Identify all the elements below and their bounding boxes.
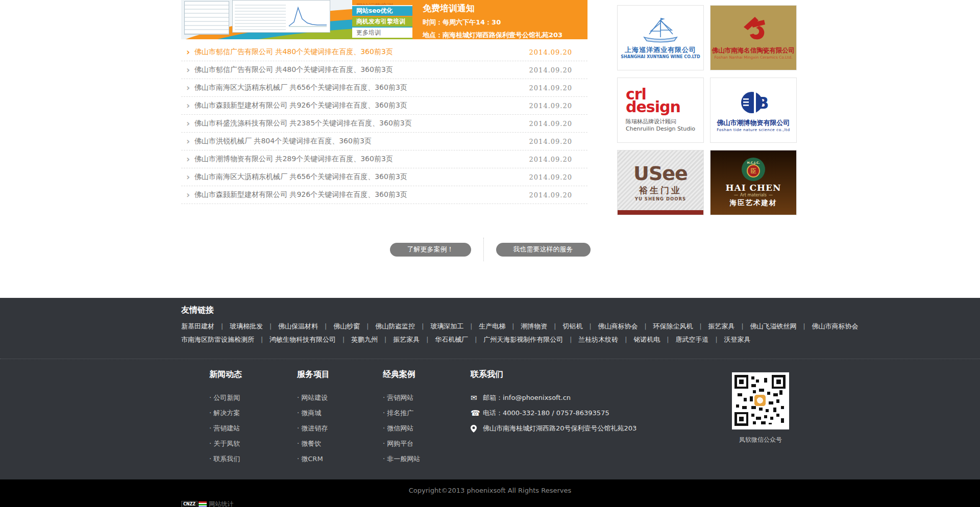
case-list-item[interactable]: › 佛山市郁信广告有限公司 共480个关键词排在百度、360前3页 2014.0… bbox=[181, 61, 587, 79]
footer: 新闻动态 公司新闻 解决方案 营销建站 关于凤软 联系我们 服务项目 网站建设 … bbox=[0, 359, 980, 479]
training-notice-time: 时间：每周六下午14：30 bbox=[423, 18, 582, 27]
friend-link[interactable]: 新基田建材 bbox=[181, 322, 230, 330]
friend-link[interactable]: 兰桂坊木纹砖 bbox=[578, 336, 633, 343]
friend-link[interactable]: 生产电梯 bbox=[479, 322, 521, 330]
contact-email-label: 邮箱： bbox=[483, 390, 503, 405]
case-list-item[interactable]: › 佛山市南海区大沥精东机械厂 共656个关键词排在百度、360前3页 2014… bbox=[181, 168, 587, 186]
friend-links-title: 友情链接 bbox=[181, 305, 799, 316]
footer-link[interactable]: 微信网站 bbox=[383, 421, 471, 436]
banner-analytics-window bbox=[232, 0, 330, 33]
friend-link[interactable]: 玻璃棉批发 bbox=[230, 322, 278, 330]
footer-link[interactable]: 网购平台 bbox=[383, 436, 471, 451]
logo-name-en: Foshan Nanhai Mingxin Ceramics Co.Ltd. bbox=[714, 55, 792, 60]
client-logo-haichen-materials[interactable]: H.C.J.C. 臣 HAI CHEN Art materials 海臣艺术建材 bbox=[710, 150, 797, 215]
case-date: 2014.09.20 bbox=[529, 48, 572, 56]
client-logo-grid: 上海巡洋酒业有限公司 SHANGHAI XUNYANG WINE CO.LTD … bbox=[617, 5, 799, 215]
mingxin-emblem-icon bbox=[739, 16, 768, 44]
banner-label-yunying[interactable]: 网站运营培训 bbox=[352, 0, 412, 5]
logo-accent-bar bbox=[618, 210, 703, 215]
friend-link[interactable]: 佛山商标协会 bbox=[598, 322, 653, 330]
logo-name-cn: 佛山市南海名信陶瓷有限公司 bbox=[712, 46, 795, 55]
promo-banner[interactable]: 网站运营培训 网站seo优化 商机发布引擎培训 更多培训 免费培训通知 时间：每… bbox=[181, 0, 587, 39]
case-list-item[interactable]: › 佛山市科盛洗涤科技有限公司 共2385个关键词排在百度、360前3页 201… bbox=[181, 115, 587, 133]
friend-link[interactable]: 佛山纱窗 bbox=[333, 322, 375, 330]
footer-link[interactable]: 网站建设 bbox=[297, 390, 383, 405]
banner-label-list: 网站运营培训 网站seo优化 商机发布引擎培训 更多培训 bbox=[352, 0, 412, 39]
footer-link[interactable]: 微CRM bbox=[297, 451, 383, 467]
case-text: 佛山市郁信广告有限公司 共480个关键词排在百度、360前3页 bbox=[194, 47, 393, 57]
friend-link[interactable]: 振艺家具 bbox=[708, 322, 750, 330]
contact-address-value: 佛山市南海桂城灯湖西路20号保利壹号公馆礼苑203 bbox=[483, 421, 636, 436]
footer-link[interactable]: 解决方案 bbox=[209, 405, 297, 421]
footer-link[interactable]: 非一般网站 bbox=[383, 451, 471, 467]
main-content: 网站运营培训 网站seo优化 商机发布引擎培训 更多培训 免费培训通知 时间：每… bbox=[181, 0, 799, 219]
friend-link[interactable]: 佛山飞溢铁丝网 bbox=[750, 322, 812, 330]
friend-link[interactable]: 环保除尘风机 bbox=[653, 322, 708, 330]
case-text: 佛山市南海区大沥精东机械厂 共656个关键词排在百度、360前3页 bbox=[194, 83, 407, 92]
friend-link[interactable]: 广州天海影视制作有限公司 bbox=[483, 336, 578, 343]
client-logo-usee-doors[interactable]: USee 裕生门业 YU SHENG DOORS bbox=[617, 150, 704, 215]
friend-link[interactable]: 佛山市商标协会 bbox=[812, 322, 859, 330]
friend-links-row-1: 新基田建材玻璃棉批发佛山保温材料佛山纱窗佛山防盗监控玻璃深加工生产电梯潮博物资切… bbox=[181, 321, 799, 331]
friend-link[interactable]: 华石机械厂 bbox=[435, 336, 483, 343]
chevron-right-icon: › bbox=[186, 102, 190, 110]
site-stats-label: 网站统计 bbox=[209, 500, 233, 507]
footer-column-title: 服务项目 bbox=[297, 369, 383, 380]
friend-link[interactable]: 切铝机 bbox=[562, 322, 598, 330]
friend-link[interactable]: 唐武空手道 bbox=[675, 336, 724, 343]
training-notice-place: 地点：南海桂城灯湖西路保利壹号公馆礼苑203 bbox=[423, 31, 582, 39]
training-notice-title: 免费培训通知 bbox=[423, 3, 582, 14]
case-text: 佛山市森颢新型建材有限公司 共926个关键词排在百度、360前3页 bbox=[194, 101, 407, 110]
friend-link[interactable]: 沃登家具 bbox=[724, 336, 750, 343]
more-cases-button[interactable]: 了解更多案例！ bbox=[390, 243, 471, 257]
footer-link[interactable]: 排名推广 bbox=[383, 405, 471, 421]
footer-link[interactable]: 微进销存 bbox=[297, 421, 383, 436]
banner-label-seo[interactable]: 网站seo优化 bbox=[352, 6, 412, 16]
case-list-item[interactable]: › 佛山市南海区大沥精东机械厂 共656个关键词排在百度、360前3页 2014… bbox=[181, 79, 587, 97]
case-list-item[interactable]: › 佛山市郁信广告有限公司 共480个关键词排在百度、360前3页 2014.0… bbox=[181, 43, 587, 61]
case-list-item[interactable]: › 佛山市潮博物资有限公司 共289个关键词排在百度、360前3页 2014.0… bbox=[181, 150, 587, 168]
friend-link[interactable]: 振艺家具 bbox=[393, 336, 435, 343]
case-list-item[interactable]: › 佛山市森颢新型建材有限公司 共926个关键词排在百度、360前3页 2014… bbox=[181, 186, 587, 204]
friend-link[interactable]: 玻璃深加工 bbox=[430, 322, 479, 330]
banner-label-shangji[interactable]: 商机发布引擎培训 bbox=[352, 17, 412, 27]
friend-link[interactable]: 英鹏九州 bbox=[351, 336, 393, 343]
friend-link[interactable]: 潮博物资 bbox=[521, 322, 562, 330]
client-logo-xunyang-wine[interactable]: 上海巡洋酒业有限公司 SHANGHAI XUNYANG WINE CO.LTD bbox=[617, 5, 704, 70]
logo-name-cn: 裕生门业 bbox=[639, 185, 682, 196]
banner-label-more[interactable]: 更多培训 bbox=[352, 28, 412, 38]
footer-link[interactable]: 公司新闻 bbox=[209, 390, 297, 405]
footer-link[interactable]: 微餐饮 bbox=[297, 436, 383, 451]
banner-collage: 网站运营培训 网站seo优化 商机发布引擎培训 更多培训 bbox=[181, 0, 412, 39]
friend-link[interactable]: 佛山保温材料 bbox=[278, 322, 333, 330]
footer-link[interactable]: 微商城 bbox=[297, 405, 383, 421]
ship-icon bbox=[637, 17, 684, 44]
case-date: 2014.09.20 bbox=[529, 156, 572, 163]
case-text: 佛山市科盛洗涤科技有限公司 共2385个关键词排在百度、360前3页 bbox=[194, 119, 412, 128]
case-list-item[interactable]: › 佛山市森颢新型建材有限公司 共926个关键词排在百度、360前3页 2014… bbox=[181, 97, 587, 115]
location-pin-icon bbox=[471, 425, 483, 433]
logo-name-en: Chenruilin Design Studio bbox=[626, 125, 695, 132]
footer-link[interactable]: 营销建站 bbox=[209, 421, 297, 436]
client-logo-mingxin-ceramics[interactable]: 佛山市南海名信陶瓷有限公司 Foshan Nanhai Mingxin Cera… bbox=[710, 5, 797, 70]
footer-column-title: 联系我们 bbox=[471, 369, 722, 380]
logo-name-cn: 佛山市潮博物资有限公司 bbox=[717, 118, 790, 128]
friend-link[interactable]: 铭诺机电 bbox=[633, 336, 675, 343]
footer-column-services: 服务项目 网站建设 微商城 微进销存 微餐饮 微CRM bbox=[297, 369, 383, 467]
qr-code-image bbox=[734, 375, 786, 426]
friend-link[interactable]: 鸿敏生物科技有限公司 bbox=[270, 336, 351, 343]
friend-link[interactable]: 佛山防盗监控 bbox=[375, 322, 430, 330]
footer-link[interactable]: 关于凤软 bbox=[209, 436, 297, 451]
footer-column-news: 新闻动态 公司新闻 解决方案 营销建站 关于凤软 联系我们 bbox=[209, 369, 297, 467]
need-service-button[interactable]: 我也需要这样的服务 bbox=[496, 243, 591, 257]
site-stats-badge[interactable]: CNZZ 网站统计 bbox=[181, 500, 233, 507]
footer-column-title: 新闻动态 bbox=[209, 369, 297, 380]
footer-link[interactable]: 联系我们 bbox=[209, 451, 297, 467]
footer-link[interactable]: 营销网站 bbox=[383, 390, 471, 405]
contact-email-value[interactable]: info@phoenixsoft.cn bbox=[503, 390, 571, 405]
copyright-bar: Copyright©2013 phoenixsoft All Rights Re… bbox=[0, 479, 980, 507]
case-list-item[interactable]: › 佛山市洪锐机械厂 共804个关键词排在百度、360前3页 2014.09.2… bbox=[181, 133, 587, 150]
client-logo-crl-design[interactable]: crl design 陈瑞林品牌设计顾问 Chenruilin Design S… bbox=[617, 78, 704, 143]
friend-link[interactable]: 市南海区防雷设施检测所 bbox=[181, 336, 270, 343]
client-logo-chaobo-materials[interactable]: B 佛山市潮博物资有限公司 Foshan tide nature science… bbox=[710, 78, 797, 143]
